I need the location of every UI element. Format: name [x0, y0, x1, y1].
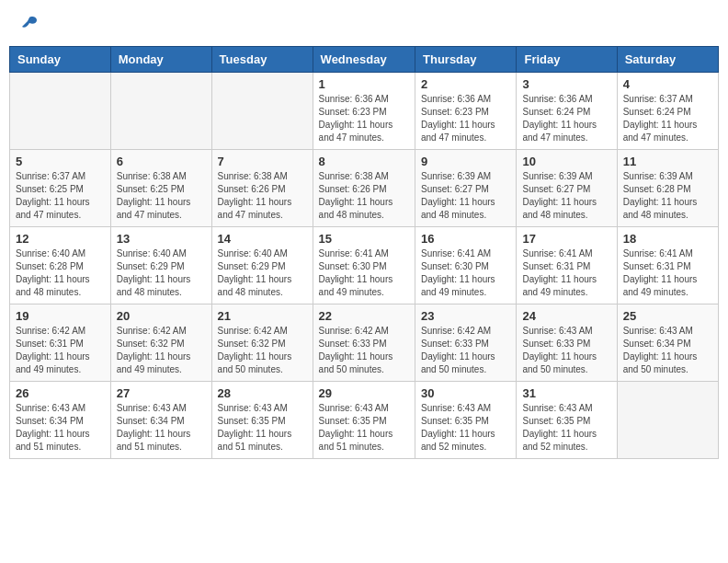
day-number: 22: [319, 309, 409, 323]
calendar-cell: 16Sunrise: 6:41 AM Sunset: 6:30 PM Dayli…: [415, 227, 517, 304]
day-info: Sunrise: 6:36 AM Sunset: 6:24 PM Dayligh…: [522, 93, 610, 144]
calendar-cell: 13Sunrise: 6:40 AM Sunset: 6:29 PM Dayli…: [110, 227, 211, 304]
day-info: Sunrise: 6:42 AM Sunset: 6:33 PM Dayligh…: [319, 325, 409, 376]
day-info: Sunrise: 6:43 AM Sunset: 6:33 PM Dayligh…: [522, 325, 610, 376]
day-number: 11: [623, 155, 712, 168]
logo-bird-icon: [20, 14, 39, 32]
day-info: Sunrise: 6:40 AM Sunset: 6:29 PM Dayligh…: [218, 247, 307, 299]
day-info: Sunrise: 6:41 AM Sunset: 6:30 PM Dayligh…: [421, 247, 510, 299]
day-number: 23: [421, 309, 510, 323]
calendar-cell: 17Sunrise: 6:41 AM Sunset: 6:31 PM Dayli…: [517, 227, 617, 304]
calendar-cell: [211, 73, 313, 150]
calendar-cell: 7Sunrise: 6:38 AM Sunset: 6:26 PM Daylig…: [211, 150, 313, 227]
day-info: Sunrise: 6:43 AM Sunset: 6:34 PM Dayligh…: [117, 402, 206, 454]
day-number: 16: [421, 232, 510, 246]
day-number: 4: [623, 77, 712, 91]
day-number: 14: [218, 232, 307, 246]
day-number: 2: [421, 77, 510, 91]
day-info: Sunrise: 6:43 AM Sunset: 6:34 PM Dayligh…: [16, 402, 105, 454]
day-number: 19: [16, 309, 105, 323]
page-header: [9, 9, 719, 37]
day-info: Sunrise: 6:39 AM Sunset: 6:28 PM Dayligh…: [623, 170, 712, 222]
calendar-cell: 14Sunrise: 6:40 AM Sunset: 6:29 PM Dayli…: [211, 227, 313, 304]
calendar-cell: 23Sunrise: 6:42 AM Sunset: 6:33 PM Dayli…: [415, 304, 517, 382]
calendar-week-row: 19Sunrise: 6:42 AM Sunset: 6:31 PM Dayli…: [10, 304, 719, 382]
day-info: Sunrise: 6:42 AM Sunset: 6:33 PM Dayligh…: [421, 325, 510, 376]
day-info: Sunrise: 6:41 AM Sunset: 6:31 PM Dayligh…: [522, 247, 610, 299]
calendar-cell: 20Sunrise: 6:42 AM Sunset: 6:32 PM Dayli…: [110, 304, 211, 382]
day-info: Sunrise: 6:43 AM Sunset: 6:35 PM Dayligh…: [421, 402, 510, 454]
day-number: 21: [218, 309, 307, 323]
calendar-cell: 19Sunrise: 6:42 AM Sunset: 6:31 PM Dayli…: [10, 304, 111, 382]
day-number: 6: [117, 155, 206, 168]
calendar-cell: 8Sunrise: 6:38 AM Sunset: 6:26 PM Daylig…: [313, 150, 415, 227]
day-number: 17: [522, 232, 610, 246]
day-info: Sunrise: 6:38 AM Sunset: 6:26 PM Dayligh…: [319, 170, 409, 222]
calendar-cell: [10, 73, 111, 150]
calendar-cell: 31Sunrise: 6:43 AM Sunset: 6:35 PM Dayli…: [517, 382, 617, 459]
day-info: Sunrise: 6:42 AM Sunset: 6:31 PM Dayligh…: [16, 325, 105, 376]
calendar-week-row: 5Sunrise: 6:37 AM Sunset: 6:25 PM Daylig…: [10, 150, 719, 227]
day-info: Sunrise: 6:41 AM Sunset: 6:30 PM Dayligh…: [319, 247, 409, 299]
calendar-cell: 1Sunrise: 6:36 AM Sunset: 6:23 PM Daylig…: [313, 73, 415, 150]
calendar-cell: 5Sunrise: 6:37 AM Sunset: 6:25 PM Daylig…: [10, 150, 111, 227]
day-number: 7: [218, 155, 307, 168]
day-info: Sunrise: 6:40 AM Sunset: 6:28 PM Dayligh…: [16, 247, 105, 299]
day-number: 27: [117, 386, 206, 400]
day-info: Sunrise: 6:36 AM Sunset: 6:23 PM Dayligh…: [319, 93, 409, 144]
day-number: 8: [319, 155, 409, 168]
day-number: 10: [522, 155, 610, 168]
weekday-header: Thursday: [415, 47, 517, 73]
weekday-header: Saturday: [617, 47, 718, 73]
weekday-header: Tuesday: [211, 47, 313, 73]
calendar-cell: 10Sunrise: 6:39 AM Sunset: 6:27 PM Dayli…: [517, 150, 617, 227]
day-number: 12: [16, 232, 105, 246]
calendar-cell: 28Sunrise: 6:43 AM Sunset: 6:35 PM Dayli…: [211, 382, 313, 459]
day-info: Sunrise: 6:37 AM Sunset: 6:24 PM Dayligh…: [623, 93, 712, 144]
calendar-cell: 29Sunrise: 6:43 AM Sunset: 6:35 PM Dayli…: [313, 382, 415, 459]
weekday-header: Sunday: [10, 47, 111, 73]
day-number: 30: [421, 386, 510, 400]
day-info: Sunrise: 6:43 AM Sunset: 6:34 PM Dayligh…: [623, 325, 712, 376]
calendar-cell: 3Sunrise: 6:36 AM Sunset: 6:24 PM Daylig…: [517, 73, 617, 150]
day-info: Sunrise: 6:42 AM Sunset: 6:32 PM Dayligh…: [218, 325, 307, 376]
weekday-header: Friday: [517, 47, 617, 73]
calendar-cell: 22Sunrise: 6:42 AM Sunset: 6:33 PM Dayli…: [313, 304, 415, 382]
day-number: 31: [522, 386, 610, 400]
logo: [18, 14, 39, 32]
calendar-header-row: SundayMondayTuesdayWednesdayThursdayFrid…: [10, 47, 719, 73]
day-info: Sunrise: 6:42 AM Sunset: 6:32 PM Dayligh…: [117, 325, 206, 376]
calendar-cell: 18Sunrise: 6:41 AM Sunset: 6:31 PM Dayli…: [617, 227, 718, 304]
day-number: 3: [522, 77, 610, 91]
day-info: Sunrise: 6:43 AM Sunset: 6:35 PM Dayligh…: [218, 402, 307, 454]
day-number: 24: [522, 309, 610, 323]
day-number: 28: [218, 386, 307, 400]
day-info: Sunrise: 6:36 AM Sunset: 6:23 PM Dayligh…: [421, 93, 510, 144]
calendar-cell: 25Sunrise: 6:43 AM Sunset: 6:34 PM Dayli…: [617, 304, 718, 382]
calendar-cell: [110, 73, 211, 150]
day-number: 26: [16, 386, 105, 400]
day-number: 25: [623, 309, 712, 323]
calendar-cell: 21Sunrise: 6:42 AM Sunset: 6:32 PM Dayli…: [211, 304, 313, 382]
day-number: 15: [319, 232, 409, 246]
day-info: Sunrise: 6:38 AM Sunset: 6:25 PM Dayligh…: [117, 170, 206, 222]
day-info: Sunrise: 6:39 AM Sunset: 6:27 PM Dayligh…: [421, 170, 510, 222]
day-number: 29: [319, 386, 409, 400]
calendar-cell: 30Sunrise: 6:43 AM Sunset: 6:35 PM Dayli…: [415, 382, 517, 459]
calendar-cell: 12Sunrise: 6:40 AM Sunset: 6:28 PM Dayli…: [10, 227, 111, 304]
calendar-cell: 24Sunrise: 6:43 AM Sunset: 6:33 PM Dayli…: [517, 304, 617, 382]
day-info: Sunrise: 6:39 AM Sunset: 6:27 PM Dayligh…: [522, 170, 610, 222]
calendar-cell: 11Sunrise: 6:39 AM Sunset: 6:28 PM Dayli…: [617, 150, 718, 227]
day-number: 18: [623, 232, 712, 246]
calendar-week-row: 26Sunrise: 6:43 AM Sunset: 6:34 PM Dayli…: [10, 382, 719, 459]
calendar-cell: 2Sunrise: 6:36 AM Sunset: 6:23 PM Daylig…: [415, 73, 517, 150]
day-number: 13: [117, 232, 206, 246]
day-info: Sunrise: 6:41 AM Sunset: 6:31 PM Dayligh…: [623, 247, 712, 299]
day-info: Sunrise: 6:43 AM Sunset: 6:35 PM Dayligh…: [319, 402, 409, 454]
calendar-cell: 6Sunrise: 6:38 AM Sunset: 6:25 PM Daylig…: [110, 150, 211, 227]
day-info: Sunrise: 6:43 AM Sunset: 6:35 PM Dayligh…: [522, 402, 610, 454]
day-number: 5: [16, 155, 105, 168]
calendar-cell: 4Sunrise: 6:37 AM Sunset: 6:24 PM Daylig…: [617, 73, 718, 150]
day-number: 20: [117, 309, 206, 323]
calendar-week-row: 1Sunrise: 6:36 AM Sunset: 6:23 PM Daylig…: [10, 73, 719, 150]
